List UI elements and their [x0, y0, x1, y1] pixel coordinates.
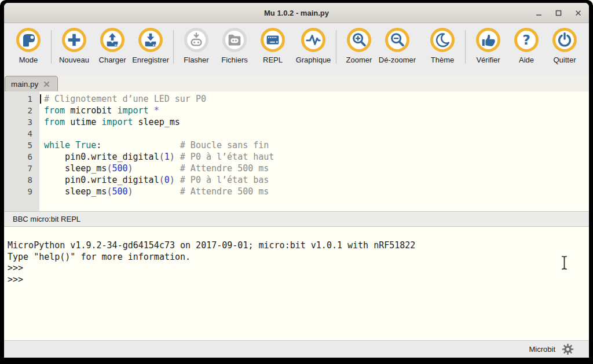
line-number-gutter: 123456789 — [4, 91, 39, 211]
line-number: 2 — [4, 105, 32, 116]
code-line[interactable]: pin0.write_digital(0) # P0 à l’état bas — [44, 174, 589, 186]
new-button-label: Nouveau — [59, 56, 89, 64]
tab-bar: main.py — [4, 75, 589, 91]
code-editor[interactable]: 123456789 # Clignotement d’une LED sur P… — [4, 91, 589, 211]
plotter-button[interactable]: Graphique — [294, 28, 332, 64]
line-number: 3 — [4, 116, 32, 128]
flash-button: Flasher — [177, 28, 215, 64]
window-controls — [535, 3, 582, 23]
code-line[interactable]: sleep_ms(500) # Attendre 500 ms — [44, 163, 589, 174]
help-button-label: Aide — [519, 56, 534, 64]
zoomout-button-label: Dé-zoomer — [379, 56, 416, 64]
code-line[interactable]: # Clignotement d’une LED sur P0 — [44, 93, 589, 105]
tab-label: main.py — [11, 80, 38, 89]
files-button-label: Fichiers — [221, 56, 248, 64]
code-text[interactable]: # Clignotement d’une LED sur P0from micr… — [39, 91, 589, 211]
line-number: 6 — [4, 151, 32, 163]
repl-icon[interactable] — [261, 28, 285, 52]
save-button[interactable]: Enregistrer — [131, 28, 170, 64]
zoomin-button-label: Zoomer — [346, 56, 372, 64]
save-icon[interactable] — [138, 28, 163, 52]
theme-icon[interactable] — [430, 28, 455, 52]
mu-window: Mu 1.0.2 - main.py ModeNouveauChargerEnr… — [4, 3, 589, 358]
quit-button[interactable]: Quitter — [546, 28, 584, 64]
check-button-label: Vérifier — [476, 56, 500, 64]
code-line[interactable] — [44, 128, 589, 139]
window-frame: Mu 1.0.2 - main.py ModeNouveauChargerEnr… — [0, 0, 593, 364]
theme-button-label: Thème — [431, 56, 454, 64]
gear-icon[interactable] — [562, 343, 574, 355]
repl-pane-title: BBC micro:bit REPL — [13, 215, 80, 223]
close-button[interactable] — [574, 9, 582, 17]
maximize-button[interactable] — [554, 9, 562, 17]
repl-pane[interactable]: MicroPython v1.9.2-34-gd64154c73 on 2017… — [4, 227, 589, 340]
help-icon[interactable]: ? — [514, 28, 539, 52]
save-button-label: Enregistrer — [132, 56, 169, 64]
mode-button[interactable]: Mode — [9, 28, 47, 64]
load-button[interactable]: Charger — [93, 28, 131, 64]
line-number: 9 — [4, 186, 32, 197]
code-line[interactable]: from microbit import * — [44, 105, 589, 116]
mode-icon[interactable] — [16, 28, 41, 52]
quit-icon[interactable] — [552, 28, 577, 52]
check-button[interactable]: Vérifier — [469, 28, 507, 64]
window-title: Mu 1.0.2 - main.py — [264, 9, 329, 17]
toolbar-separator — [336, 30, 336, 64]
code-line[interactable]: sleep_ms(500) # Attendre 500 ms — [44, 186, 589, 197]
plotter-button-label: Graphique — [296, 56, 331, 64]
toolbar: ModeNouveauChargerEnregistrerFlasherFich… — [4, 23, 589, 75]
flash-icon — [184, 28, 208, 52]
load-button-label: Charger — [99, 56, 126, 64]
check-icon[interactable] — [476, 28, 500, 52]
line-number: 7 — [4, 163, 32, 174]
new-button[interactable]: Nouveau — [55, 28, 93, 64]
repl-button-label: REPL — [263, 56, 283, 64]
text-caret — [40, 94, 41, 104]
new-icon[interactable] — [62, 28, 86, 52]
toolbar-separator — [173, 30, 174, 64]
files-icon — [222, 28, 247, 52]
zoomin-icon[interactable] — [347, 28, 371, 52]
code-line[interactable]: while True: # Boucle sans fin — [44, 139, 589, 151]
minimize-button[interactable] — [535, 9, 543, 17]
repl-button[interactable]: REPL — [254, 28, 292, 64]
quit-button-label: Quitter — [553, 56, 576, 64]
toolbar-separator — [465, 30, 466, 64]
current-mode-label[interactable]: Microbit — [529, 345, 555, 354]
status-bar: Microbit — [4, 340, 589, 358]
zoomin-button[interactable]: Zoomer — [340, 28, 378, 64]
repl-output[interactable]: MicroPython v1.9.2-34-gd64154c73 on 2017… — [4, 227, 589, 285]
line-number: 1 — [4, 93, 32, 105]
code-line[interactable]: from utime import sleep_ms — [44, 116, 589, 128]
files-button: Fichiers — [215, 28, 254, 64]
line-number: 8 — [4, 174, 32, 186]
load-icon[interactable] — [100, 28, 125, 52]
help-button[interactable]: ?Aide — [507, 28, 546, 64]
line-number: 5 — [4, 139, 32, 151]
repl-pane-header[interactable]: BBC micro:bit REPL — [4, 211, 589, 227]
plotter-icon[interactable] — [301, 28, 325, 52]
zoomout-button[interactable]: Dé-zoomer — [378, 28, 416, 64]
toolbar-separator — [51, 30, 52, 64]
tab-close-icon[interactable] — [43, 81, 50, 87]
title-bar[interactable]: Mu 1.0.2 - main.py — [4, 3, 589, 23]
theme-button[interactable]: Thème — [423, 28, 462, 64]
zoomout-icon[interactable] — [385, 28, 409, 52]
svg-text:?: ? — [522, 32, 530, 48]
line-number: 4 — [4, 128, 32, 139]
mode-button-label: Mode — [19, 56, 38, 64]
tab-main-py[interactable]: main.py — [5, 76, 58, 91]
flash-button-label: Flasher — [184, 56, 208, 64]
code-line[interactable]: pin0.write_digital(1) # P0 à l’état haut — [44, 151, 589, 163]
